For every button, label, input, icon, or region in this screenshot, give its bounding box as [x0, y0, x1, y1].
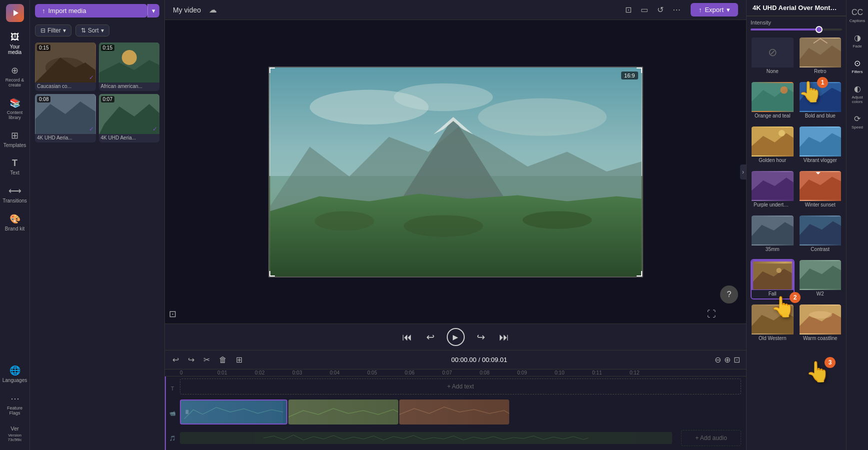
intensity-slider[interactable] [751, 28, 842, 30]
time-display: 00:00.00 / 00:09.01 [250, 356, 709, 364]
ruler-mark-12: 0:12 [630, 370, 667, 376]
sidebar-item-features[interactable]: ⋯ Feature Flags [1, 389, 28, 420]
filter-retro[interactable]: Retro [799, 36, 843, 77]
filter-none-thumb: ⊘ [752, 38, 794, 68]
help-button[interactable]: ? [720, 286, 738, 304]
skip-back-button[interactable]: ⏮ [400, 330, 414, 345]
undo-button[interactable]: ↩ [171, 354, 180, 366]
filter-fall[interactable]: Fall [751, 259, 795, 300]
crop-icon[interactable]: ⊡ [623, 3, 634, 16]
ruler-mark-10: 0:10 [555, 370, 592, 376]
sidebar-item-text[interactable]: T Text [1, 154, 28, 180]
cloud-save-icon: ☁ [209, 5, 217, 14]
media-thumb-2[interactable]: 0:15 African american... [99, 42, 160, 91]
filter-warm-coastline-thumb [800, 304, 842, 334]
screenshot-icon[interactable]: ⊡ [169, 308, 176, 320]
right-toolbar: CC Captions ◑ Fade ⊙ Filters ◐ Adjust co… [846, 0, 868, 450]
filter-button[interactable]: ⊟ Filter ▾ [35, 24, 71, 36]
svg-point-31 [777, 268, 782, 273]
filter-retro-label: Retro [800, 68, 842, 76]
ruler-mark-1: 0:01 [217, 370, 255, 376]
rtool-fade[interactable]: ◑ Fade [848, 29, 868, 52]
more-icon[interactable]: ⋯ [671, 3, 683, 16]
filter-vibrant-vlogger[interactable]: Vibrant vlogger [799, 126, 843, 166]
video-clip-1[interactable]: ⏸ [180, 400, 287, 424]
video-track-label: 📹 [165, 410, 180, 416]
filter-fall-thumb [752, 260, 794, 290]
play-button[interactable]: ▶ [447, 328, 465, 346]
timeline-area: ↩ ↪ ✂ 🗑 ⊞ 00:00.00 / 00:09.01 ⊖ ⊕ ⊡ 0 0:… [165, 350, 746, 450]
filter-w2[interactable]: W2 [799, 259, 843, 300]
filter-orange-teal-label: Orange and teal [752, 112, 794, 120]
sidebar-item-brand-kit[interactable]: 🎨 Brand kit [1, 210, 28, 236]
zoom-out-button[interactable]: ⊖ [715, 355, 721, 364]
video-clip-2[interactable] [288, 400, 398, 424]
filter-purple-label: Purple undertone [752, 201, 794, 210]
filter-vibrant-vlogger-label: Vibrant vlogger [800, 156, 842, 165]
media-controls: ⊟ Filter ▾ ⇅ Sort ▾ [30, 22, 164, 40]
fullscreen-icon[interactable]: ⛶ [707, 309, 716, 320]
loop-icon[interactable]: ↺ [655, 3, 666, 16]
filter-w2-thumb [800, 260, 842, 290]
audio-clip[interactable] [180, 432, 672, 444]
toolbar-icons: ⊡ ▭ ↺ ⋯ [623, 3, 683, 16]
filter-none[interactable]: ⊘ None [751, 36, 795, 77]
sidebar-item-languages[interactable]: 🌐 Languages [1, 361, 28, 387]
import-media-arrow-button[interactable]: ▾ [147, 4, 159, 18]
ruler-mark-7: 0:07 [442, 370, 480, 376]
filter-winter-sunset-label: Winter sunset [800, 201, 842, 210]
filter-old-western[interactable]: Old Western [751, 304, 795, 344]
filter-orange-teal[interactable]: Orange and teal [751, 81, 795, 122]
svg-point-14 [522, 211, 592, 229]
svg-point-35 [809, 311, 832, 318]
sidebar-item-your-media[interactable]: 🖼 Your media [1, 28, 28, 59]
add-text-button[interactable]: + Add text [180, 378, 741, 394]
intensity-slider-thumb[interactable] [816, 26, 823, 33]
media-thumb-1[interactable]: 0:15 Caucasian co... ✓ [35, 42, 96, 91]
caption-icon[interactable]: ▭ [639, 3, 650, 16]
rtool-speed[interactable]: ⟳ Speed [848, 110, 868, 134]
sidebar-item-version[interactable]: Ver Version 73c5f8c [1, 422, 28, 446]
filter-winter-sunset[interactable]: Winter sunset [799, 170, 843, 210]
zoom-in-button[interactable]: ⊕ [724, 355, 731, 364]
filter-w2-label: W2 [800, 290, 842, 298]
filter-contrast[interactable]: Contrast [799, 214, 843, 255]
sidebar-item-templates[interactable]: ⊞ Templates [1, 126, 28, 152]
zoom-controls: ⊖ ⊕ ⊡ [715, 355, 740, 364]
filter-35mm[interactable]: 35mm [751, 214, 795, 255]
expand-panel-button[interactable]: › [740, 164, 746, 180]
skip-forward-button[interactable]: ⏭ [497, 330, 511, 345]
filter-bold-blue[interactable]: Bold and blue [799, 81, 843, 122]
delete-button[interactable]: 🗑 [217, 354, 228, 366]
svg-rect-15 [184, 400, 283, 424]
timeline-tracks: T + Add text 📹 ⏸ [165, 376, 746, 450]
rewind-5-button[interactable]: ↩ [424, 329, 437, 345]
rtool-adjust-colors[interactable]: ◐ Adjust colors [848, 80, 868, 108]
export-button[interactable]: ↑ Export ▾ [691, 3, 738, 16]
sidebar-item-transitions[interactable]: ⟷ Transitions [1, 182, 28, 208]
add-audio-button[interactable]: + Add audio [681, 430, 741, 446]
forward-5-button[interactable]: ↪ [475, 329, 487, 345]
save-button[interactable]: ⊞ [234, 354, 244, 366]
media-thumb-4[interactable]: 0:07 4K UHD Aeria... ✓ [99, 94, 160, 142]
filter-contrast-label: Contrast [800, 246, 842, 254]
sort-button[interactable]: ⇅ Sort ▾ [75, 24, 109, 36]
rtool-filters[interactable]: ⊙ Filters [848, 54, 868, 78]
cut-button[interactable]: ✂ [202, 354, 211, 366]
right-panel-top: 4K UHD Aerial Over Montana Pl... [747, 0, 846, 16]
sidebar-item-record-create[interactable]: ⊕ Record & create [1, 61, 28, 92]
filter-none-label: None [752, 68, 794, 76]
filter-purple[interactable]: Purple undertone [751, 170, 795, 210]
sidebar-item-content-library[interactable]: 📚 Content library [1, 94, 28, 124]
export-chevron-icon: ▾ [727, 6, 730, 14]
redo-button[interactable]: ↪ [186, 354, 196, 366]
video-clip-3[interactable] [399, 400, 509, 424]
playhead[interactable] [165, 376, 166, 450]
brand-icon: 🎨 [9, 214, 20, 224]
import-media-button[interactable]: ↑ Import media [35, 4, 147, 18]
filter-golden-hour[interactable]: Golden hour [751, 126, 795, 166]
rtool-captions[interactable]: CC Captions [848, 4, 868, 27]
fit-button[interactable]: ⊡ [734, 355, 740, 364]
media-thumb-3[interactable]: 0:08 4K UHD Aeria... ✓ [35, 94, 96, 142]
filter-warm-coastline[interactable]: Warm coastline [799, 304, 843, 344]
